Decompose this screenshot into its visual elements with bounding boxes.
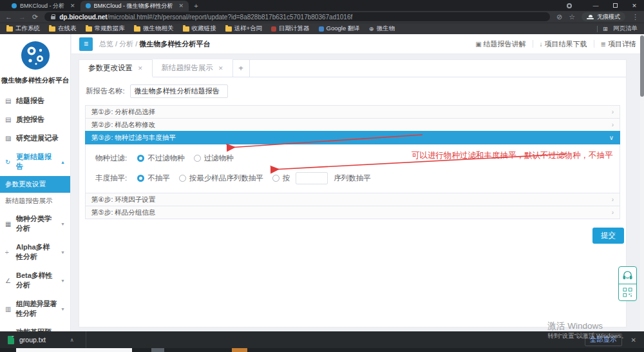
submit-row: 提交 [79, 219, 626, 244]
bookmark-star-icon[interactable]: ☆ [569, 13, 575, 21]
divider [594, 40, 594, 48]
species-filter-label: 物种过滤: [95, 153, 127, 163]
sidebar-item-progress[interactable]: 研究进展记录 [0, 129, 70, 148]
folder-icon [49, 26, 55, 32]
browser-tab-analysis[interactable]: BMKCloud - 分析 ✕ [6, 1, 80, 11]
radio-unchecked-icon[interactable] [194, 155, 201, 162]
sidebar-item-qc-report[interactable]: 质控报告 [0, 110, 70, 129]
tab-close-icon[interactable]: ✕ [218, 65, 223, 72]
submit-button[interactable]: 提交 [592, 228, 624, 244]
radio-no-filter[interactable]: 不过滤物种 [137, 153, 185, 163]
reload-icon[interactable]: ⟳ [32, 13, 38, 21]
step-env-factor[interactable]: 第④步: 环境因子设置 › [85, 193, 620, 206]
breadcrumb-analysis[interactable]: 分析 [119, 40, 133, 48]
qrcode-icon [623, 288, 632, 297]
topbar-actions: ▣结题报告讲解 ↓项目结果下载 ≣项目详情 [475, 39, 636, 49]
tab-close-icon[interactable]: ✕ [138, 65, 143, 72]
bookmark-folder[interactable]: 常规数据库 [86, 24, 126, 33]
scrollbar-thumb[interactable] [640, 35, 644, 97]
project-download-button[interactable]: ↓项目结果下载 [540, 39, 587, 49]
step-sample-select[interactable]: 第①步: 分析样品选择 › [85, 105, 620, 119]
back-icon[interactable]: ← [5, 13, 12, 21]
sidebar-item-taxonomy[interactable]: 物种分类学分析 ▼ [0, 210, 70, 238]
sidebar-item-beta[interactable]: Beta多样性分析 ▼ [0, 266, 70, 295]
report-name-input[interactable] [130, 84, 228, 98]
weblist-label[interactable]: 网页清单 [613, 24, 638, 33]
media-blocked-icon[interactable]: ⊘ [556, 13, 562, 21]
lock-icon[interactable] [51, 16, 55, 19]
qrcode-button[interactable] [619, 284, 636, 300]
address-bar[interactable]: dp.biocloud.net/microbial.html#/zh/perso… [44, 12, 550, 21]
sidebar-item-gene-prediction[interactable]: 功能基因预测 ▼ [0, 323, 70, 331]
tab-close-icon[interactable]: ✕ [179, 3, 184, 9]
bookmark-link[interactable]: Google 翻译 [319, 24, 360, 33]
hamburger-menu-icon[interactable]: ≡ [79, 37, 93, 51]
bookmark-folder[interactable]: 在线表 [49, 24, 77, 33]
divider [597, 26, 598, 32]
folder-icon [6, 26, 13, 32]
profile-icon[interactable] [567, 3, 572, 8]
step-filter-rarefy[interactable]: 第③步: 物种过滤与丰度抽平 ∨ [85, 131, 620, 144]
radio-unchecked-icon[interactable] [179, 175, 186, 182]
tab-close-icon[interactable]: ✕ [70, 3, 75, 9]
radio-checked-icon[interactable] [137, 175, 144, 182]
minimize-button[interactable]: — [586, 0, 605, 11]
radio-min-sample-rarefy[interactable]: 按最少样品序列数抽平 [179, 173, 263, 183]
sidebar-subitem-new-report-view[interactable]: 新结题报告展示 [0, 193, 70, 210]
headset-icon [622, 270, 633, 281]
close-download-bar-icon[interactable]: ✕ [631, 337, 636, 344]
taskbar-window-preview[interactable] [16, 348, 132, 352]
radio-checked-icon[interactable] [137, 155, 144, 162]
divider [86, 331, 86, 348]
radio-filter[interactable]: 过滤物种 [194, 153, 234, 163]
sidebar-subitem-parameter-settings[interactable]: 参数更改设置 [0, 176, 70, 193]
page-topbar: ≡ 总览 / 分析 / 微生物多样性分析平台 ▣结题报告讲解 ↓项目结果下载 ≣… [71, 34, 644, 54]
report-name-row: 新报告名称: [79, 77, 626, 104]
beta-icon [5, 277, 12, 284]
breadcrumb-current: 微生物多样性分析平台 [139, 40, 210, 48]
add-tab-button[interactable]: + [233, 59, 250, 77]
chevron-up-icon: ▲ [61, 160, 65, 164]
taskbar-item[interactable] [232, 348, 247, 352]
breadcrumb-overview[interactable]: 总览 [99, 40, 113, 48]
bookmark-folder[interactable]: 收藏链接 [183, 24, 216, 33]
rarefy-count-input[interactable] [296, 172, 328, 184]
radio-no-rarefy[interactable]: 不抽平 [137, 173, 170, 183]
chevron-up-icon[interactable]: ∧ [70, 337, 74, 343]
radio-unchecked-icon[interactable] [272, 175, 279, 182]
project-detail-button[interactable]: ≣项目详情 [601, 39, 636, 49]
folder-icon [86, 26, 92, 32]
url-text: dp.biocloud.net/microbial.html#/zh/perso… [59, 14, 352, 21]
browser-tab-microbial[interactable]: BMKCloud - 微生物多样性分析 ✕ [80, 1, 189, 11]
chevron-down-icon: ▼ [61, 222, 65, 226]
chevron-down-icon: ▼ [61, 279, 65, 283]
sidebar-item-update-report[interactable]: 更新结题报告 ▲ [0, 148, 70, 176]
download-file-name[interactable]: group.txt [19, 336, 46, 344]
support-chat-button[interactable] [619, 267, 636, 284]
bookmark-folder[interactable]: 送样+合同 [225, 24, 263, 33]
bookmark-folder[interactable]: 工作系统 [6, 24, 40, 33]
tab-new-report-view[interactable]: 新结题报告展示 ✕ [153, 59, 233, 77]
step-sample-group[interactable]: 第⑤步: 样品分组信息 › [85, 206, 620, 219]
bookmark-link[interactable]: ⊕微生物 [369, 24, 395, 33]
bookmark-folder[interactable]: 微生物相关 [134, 24, 174, 33]
sidebar-item-report[interactable]: 结题报告 [0, 92, 70, 110]
report-lecture-button[interactable]: ▣结题报告讲解 [475, 39, 526, 49]
taskbar-item[interactable] [151, 348, 164, 352]
chevron-down-icon: ∨ [609, 132, 614, 144]
sidebar-item-group-diff[interactable]: 组间差异显著性分析 ▼ [0, 295, 70, 323]
scrollbar-track[interactable] [640, 34, 644, 331]
sidebar-item-alpha[interactable]: Alpha多样性分析 ▼ [0, 238, 70, 266]
close-button[interactable]: ✕ [625, 0, 644, 11]
tab-parameter-settings[interactable]: 参数更改设置 ✕ [79, 60, 153, 77]
bookmark-link[interactable]: 日期计算器 [271, 24, 310, 33]
report-name-label: 新报告名称: [86, 86, 125, 96]
incognito-badge: 无痕模式 [582, 12, 625, 21]
rarefy-label: 丰度抽平: [95, 173, 127, 183]
radio-custom-rarefy[interactable]: 按 序列数抽平 [272, 172, 371, 184]
menu-dots-icon[interactable]: ⋮ [632, 13, 639, 21]
step-sample-rename[interactable]: 第②步: 样品名称修改 › [85, 118, 620, 132]
forward-icon[interactable]: → [19, 13, 26, 21]
maximize-button[interactable] [605, 0, 625, 11]
new-tab-button[interactable]: + [194, 2, 198, 10]
